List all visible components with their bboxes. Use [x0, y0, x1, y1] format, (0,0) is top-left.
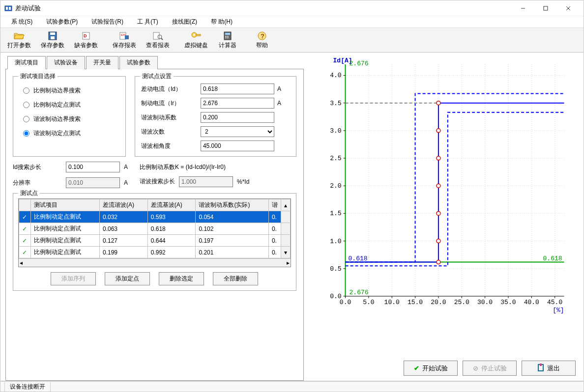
- group-point-settings: 测试点设置 差动电流（Id） A 制动电流（Ir） A 谐波制动系数 谐波次数: [135, 76, 296, 157]
- table-header-coef[interactable]: 谐波制动系数(实际): [196, 199, 269, 211]
- scrollbar-right-icon[interactable]: ▸: [287, 259, 290, 266]
- calculator-icon: [222, 31, 234, 41]
- toolbar-view-report[interactable]: 查看报表: [141, 30, 175, 51]
- svg-point-91: [437, 184, 440, 188]
- btn-del-selected[interactable]: 删除选定: [159, 272, 204, 285]
- table-header-harm[interactable]: 差流谐波(A): [100, 199, 148, 211]
- row-icon: ✓: [19, 247, 31, 258]
- svg-rect-2: [9, 7, 11, 10]
- row-icon: ✓: [19, 223, 31, 235]
- ir-label: 制动电流（Ir）: [141, 99, 198, 108]
- tab-test-items[interactable]: 测试项目: [7, 56, 46, 69]
- key-icon: [190, 31, 202, 41]
- btn-exit[interactable]: 退出: [522, 361, 576, 376]
- default-icon: D: [80, 31, 92, 41]
- scrollbar-down-icon[interactable]: ▾: [281, 247, 290, 258]
- svg-point-93: [437, 239, 440, 243]
- scrollbar-left-icon[interactable]: ◂: [20, 259, 23, 266]
- toolbar-default[interactable]: D 缺省参数: [69, 30, 103, 51]
- harm-angle-input[interactable]: [201, 140, 274, 151]
- tab-test-params[interactable]: 试验参数: [119, 56, 158, 69]
- statusbar: 设备连接断开: [0, 381, 584, 392]
- maximize-button[interactable]: [534, 1, 557, 16]
- table-header-item[interactable]: 测试项目: [31, 199, 100, 211]
- id-label: 差动电流（Id）: [141, 85, 198, 93]
- check-icon: ✔: [414, 364, 419, 372]
- scrollbar-up-icon[interactable]: ▴: [281, 199, 290, 211]
- svg-rect-26: [227, 37, 229, 38]
- toolbar: 打开参数 保存参数 D 缺省参数 EXL 保存报表 查看报表 虚拟键盘 计算器: [0, 28, 584, 53]
- svg-point-19: [193, 34, 195, 36]
- svg-rect-4: [544, 6, 548, 10]
- table-header-extra[interactable]: 谐: [268, 199, 281, 211]
- row-item: 比例制动定点测试: [31, 211, 100, 223]
- ir-input[interactable]: [201, 98, 274, 109]
- table-header-icon[interactable]: [19, 199, 31, 211]
- radio-harm-boundary[interactable]: 谐波制动边界搜索: [23, 115, 119, 123]
- svg-text:30.0: 30.0: [477, 299, 493, 306]
- table-row[interactable]: ✓比例制动定点测试0.1990.9920.2010.▾: [19, 247, 291, 258]
- ir-unit: A: [277, 100, 290, 107]
- menu-system[interactable]: 系 统(S): [5, 17, 38, 27]
- row-extra: 0.: [268, 223, 281, 235]
- toolbar-calculator[interactable]: 计算器: [213, 30, 242, 51]
- group-test-select-legend: 测试项目选择: [18, 72, 58, 81]
- svg-text:0.5: 0.5: [330, 265, 341, 273]
- toolbar-help[interactable]: ? 帮助: [247, 30, 277, 51]
- svg-text:3.0: 3.0: [330, 127, 341, 135]
- row-harm: 0.199: [100, 247, 148, 258]
- menubar: 系 统(S) 试验参数(P) 试验报告(R) 工 具(T) 接线图(Z) 帮 助…: [0, 16, 584, 28]
- svg-rect-20: [196, 34, 201, 36]
- btn-del-all[interactable]: 全部删除: [213, 272, 258, 285]
- harm-coef-input[interactable]: [201, 112, 274, 123]
- toolbar-calculator-label: 计算器: [219, 41, 236, 50]
- titlebar: 差动试验: [0, 0, 584, 16]
- toolbar-open[interactable]: 打开参数: [2, 30, 36, 51]
- close-button[interactable]: [557, 1, 580, 16]
- row-item: 比例制动定点测试: [31, 223, 100, 235]
- table-row[interactable]: ✓比例制动定点测试0.1270.6440.1970.: [19, 235, 291, 247]
- save-report-icon: EXL: [118, 31, 130, 41]
- view-report-icon: [152, 31, 164, 41]
- id-step-label: Id搜索步长: [13, 163, 62, 171]
- tab-strip: 测试项目 试验设备 开关量 试验参数: [5, 56, 304, 69]
- svg-point-94: [437, 260, 440, 264]
- svg-text:2.676: 2.676: [349, 289, 368, 296]
- id-step-input[interactable]: [66, 162, 120, 172]
- svg-text:45.0: 45.0: [547, 299, 562, 306]
- folder-open-icon: [13, 31, 25, 41]
- tab-equipment[interactable]: 试验设备: [47, 56, 85, 69]
- radio-ratio-point[interactable]: 比例制动定点测试: [23, 101, 119, 109]
- btn-add-point[interactable]: 添加定点: [105, 272, 150, 285]
- toolbar-save[interactable]: 保存参数: [36, 30, 69, 51]
- menu-wiring[interactable]: 接线图(Z): [166, 17, 203, 27]
- svg-text:?: ?: [261, 32, 264, 40]
- toolbar-help-label: 帮助: [256, 41, 268, 50]
- toolbar-save-report-label: 保存报表: [113, 41, 136, 50]
- table-row[interactable]: ✓比例制动定点测试0.0320.5930.0540.: [19, 211, 291, 223]
- svg-point-90: [437, 156, 440, 160]
- svg-text:10.0: 10.0: [384, 299, 400, 306]
- toolbar-save-report[interactable]: EXL 保存报表: [108, 30, 141, 51]
- tab-switches[interactable]: 开关量: [86, 56, 118, 69]
- menu-params[interactable]: 试验参数(P): [40, 17, 84, 27]
- table-row[interactable]: ✓比例制动定点测试0.0630.6180.1020.: [19, 223, 291, 235]
- harm-step-unit: %*Id: [237, 178, 249, 185]
- menu-report[interactable]: 试验报告(R): [86, 17, 129, 27]
- menu-tools[interactable]: 工 具(T): [131, 17, 164, 27]
- chart-area: 0.00.51.01.52.02.53.03.54.00.05.010.015.…: [309, 56, 579, 356]
- radio-ratio-boundary[interactable]: 比例制动边界搜索: [23, 86, 119, 95]
- group-test-points: 测试点 测试项目 差流谐波(A) 差流基波(A): [13, 193, 296, 291]
- svg-text:D: D: [84, 33, 87, 38]
- minimize-button[interactable]: [512, 1, 534, 16]
- table-header-fund[interactable]: 差流基波(A): [147, 199, 196, 211]
- btn-add-sequence: 添加序列: [51, 272, 96, 285]
- id-input[interactable]: [201, 84, 274, 94]
- btn-start[interactable]: ✔ 开始试验: [404, 361, 458, 376]
- toolbar-keyboard[interactable]: 虚拟键盘: [179, 30, 213, 51]
- radio-harm-point[interactable]: 谐波制动定点测试: [23, 129, 119, 138]
- menu-help[interactable]: 帮 助(H): [205, 17, 238, 27]
- resolution-input: [66, 177, 120, 188]
- harm-order-select[interactable]: 2: [201, 126, 274, 137]
- tab-body: 测试项目选择 比例制动边界搜索 比例制动定点测试 谐波制动边界搜索: [5, 69, 304, 381]
